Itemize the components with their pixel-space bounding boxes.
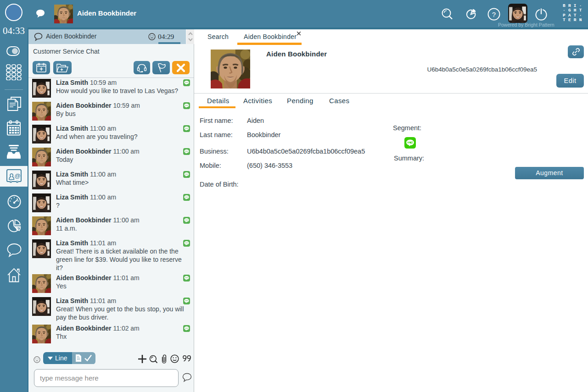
svg-text:?: ? (492, 11, 496, 18)
svg-text:@: @ (14, 172, 20, 179)
